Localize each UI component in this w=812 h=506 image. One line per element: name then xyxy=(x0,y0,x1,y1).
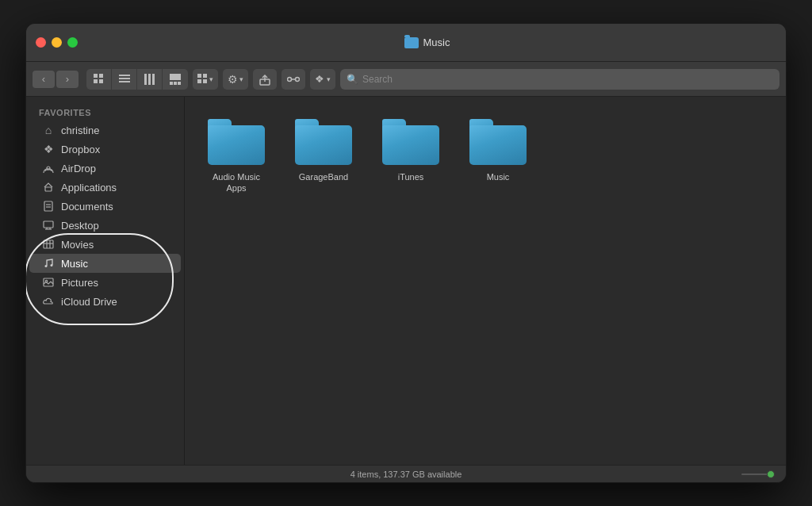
toolbar: ‹ › xyxy=(26,62,786,97)
svg-rect-28 xyxy=(44,221,53,228)
file-label-itunes: iTunes xyxy=(398,171,424,182)
search-icon: 🔍 xyxy=(347,74,358,85)
file-area: Audio Music Apps GarageBand iTunes xyxy=(185,97,786,465)
svg-rect-4 xyxy=(119,75,130,76)
pictures-icon xyxy=(42,276,55,289)
finder-window: Music ‹ › xyxy=(25,23,787,483)
file-label-garageband: GarageBand xyxy=(299,171,348,182)
forward-button[interactable]: › xyxy=(56,71,79,88)
sidebar-label-applications: Applications xyxy=(61,182,117,194)
svg-rect-2 xyxy=(94,79,98,83)
sidebar-item-documents[interactable]: Documents xyxy=(29,197,181,216)
folder-icon-audio xyxy=(208,119,265,165)
svg-rect-14 xyxy=(197,74,201,78)
zoom-slider[interactable] xyxy=(741,473,773,475)
svg-rect-10 xyxy=(170,74,181,80)
sidebar-label-christine: christine xyxy=(61,125,99,136)
sidebar-item-pictures[interactable]: Pictures xyxy=(29,273,181,292)
file-label-audio-music-apps: Audio Music Apps xyxy=(207,171,266,194)
svg-rect-9 xyxy=(152,74,155,85)
statusbar: 4 items, 137.37 GB available xyxy=(26,465,786,482)
file-item-audio-music-apps[interactable]: Audio Music Apps xyxy=(201,113,272,201)
gallery-view-button[interactable] xyxy=(163,69,188,90)
sidebar-label-movies: Movies xyxy=(61,239,94,251)
file-item-music[interactable]: Music xyxy=(462,113,534,201)
sidebar-item-applications[interactable]: Applications xyxy=(29,178,181,197)
desktop-icon xyxy=(42,219,55,232)
folder-icon-garageband xyxy=(295,119,352,165)
home-icon: ⌂ xyxy=(42,124,55,136)
dropbox-icon: ❖ xyxy=(42,143,55,155)
maximize-button[interactable] xyxy=(67,37,78,48)
sidebar-label-music: Music xyxy=(61,258,88,270)
svg-point-37 xyxy=(51,264,53,266)
sidebar-label-airdrop: AirDrop xyxy=(61,163,96,174)
documents-icon xyxy=(42,200,55,213)
file-item-itunes[interactable]: iTunes xyxy=(375,113,446,201)
traffic-lights xyxy=(36,37,78,48)
svg-rect-1 xyxy=(99,74,103,78)
sidebar-label-dropbox: Dropbox xyxy=(61,144,100,155)
sidebar-item-movies[interactable]: Movies xyxy=(29,235,181,254)
title-folder-icon xyxy=(404,37,419,48)
svg-rect-0 xyxy=(94,74,98,78)
sidebar-item-icloud-drive[interactable]: iCloud Drive xyxy=(29,292,181,311)
sidebar-item-music[interactable]: Music xyxy=(29,254,181,273)
dropbox-button[interactable]: ❖ ▾ xyxy=(310,69,335,90)
nav-buttons: ‹ › xyxy=(33,71,79,88)
action-dropdown[interactable]: ⚙ ▾ xyxy=(223,69,248,90)
svg-rect-17 xyxy=(203,79,207,83)
sidebar-item-dropbox[interactable]: ❖ Dropbox xyxy=(29,140,181,159)
file-label-music: Music xyxy=(487,171,510,182)
titlebar-center: Music xyxy=(78,36,776,48)
window-title: Music xyxy=(423,36,450,48)
minimize-button[interactable] xyxy=(52,37,62,48)
share-button[interactable] xyxy=(253,69,277,90)
icloud-icon xyxy=(42,295,55,308)
search-bar: 🔍 xyxy=(340,69,779,90)
sidebar-section-favorites: Favorites xyxy=(26,105,184,121)
connect-button[interactable] xyxy=(282,69,305,90)
airdrop-icon xyxy=(42,162,55,174)
svg-rect-16 xyxy=(197,79,201,83)
status-text: 4 items, 137.37 GB available xyxy=(350,470,462,479)
file-item-garageband[interactable]: GarageBand xyxy=(288,113,359,201)
back-button[interactable]: ‹ xyxy=(33,71,55,88)
search-input[interactable] xyxy=(362,74,773,85)
svg-rect-7 xyxy=(144,74,147,85)
svg-rect-8 xyxy=(148,74,151,85)
svg-rect-6 xyxy=(119,81,130,82)
applications-icon xyxy=(42,181,55,194)
sidebar-label-desktop: Desktop xyxy=(61,220,99,232)
svg-rect-32 xyxy=(44,240,53,248)
close-button[interactable] xyxy=(36,37,46,48)
sidebar: Favorites ⌂ christine ❖ Dropbox AirDrop xyxy=(26,97,185,465)
svg-rect-24 xyxy=(45,187,52,191)
svg-point-36 xyxy=(45,265,48,267)
svg-point-21 xyxy=(296,77,300,81)
icon-view-button[interactable] xyxy=(86,69,112,90)
folder-icon-itunes xyxy=(382,119,439,165)
svg-rect-3 xyxy=(99,79,103,83)
sidebar-item-christine[interactable]: ⌂ christine xyxy=(29,121,181,140)
zoom-handle xyxy=(767,470,775,478)
sidebar-item-desktop[interactable]: Desktop xyxy=(29,216,181,235)
svg-rect-11 xyxy=(170,82,173,85)
folder-icon-music xyxy=(469,119,527,165)
svg-rect-15 xyxy=(203,74,207,78)
svg-rect-25 xyxy=(44,201,52,211)
list-view-button[interactable] xyxy=(112,69,137,90)
view-options-dropdown[interactable]: ▾ xyxy=(193,69,218,90)
movies-icon xyxy=(42,238,55,251)
sidebar-item-airdrop[interactable]: AirDrop xyxy=(29,159,181,178)
sidebar-label-documents: Documents xyxy=(61,201,113,213)
sidebar-circle-group: Movies Music xyxy=(26,235,184,292)
svg-rect-12 xyxy=(174,82,177,85)
titlebar: Music xyxy=(26,24,786,62)
column-view-button[interactable] xyxy=(137,69,163,90)
view-buttons-group xyxy=(86,69,188,90)
music-icon xyxy=(42,257,55,270)
svg-rect-13 xyxy=(178,82,181,85)
svg-point-20 xyxy=(288,77,292,81)
zoom-control[interactable] xyxy=(741,473,773,475)
